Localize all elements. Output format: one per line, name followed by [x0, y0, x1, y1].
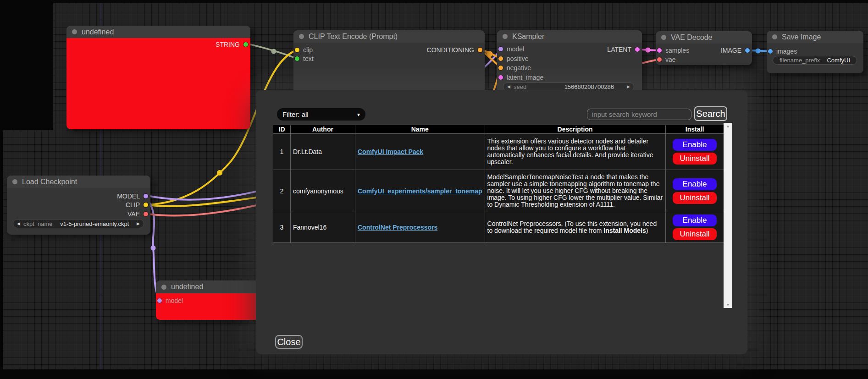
collapse-dot-icon[interactable]: [161, 285, 166, 290]
port-label: STRING: [216, 41, 240, 48]
output-port-conditioning[interactable]: CONDITIONING: [427, 46, 482, 54]
increment-arrow-icon[interactable]: ▶: [137, 222, 140, 226]
port-dot-icon[interactable]: [295, 56, 299, 61]
port-dot-icon[interactable]: [498, 56, 503, 61]
extension-link[interactable]: ComfyUI Impact Pack: [358, 148, 423, 155]
enable-button[interactable]: Enable: [673, 214, 717, 226]
port-dot-icon[interactable]: [295, 48, 299, 52]
node-title-bar[interactable]: VAE Decode: [656, 31, 752, 44]
input-port-vae[interactable]: vae: [657, 55, 676, 64]
port-dot-icon[interactable]: [498, 75, 503, 80]
port-dot-icon[interactable]: [635, 47, 640, 52]
widget-label: filename_prefix: [780, 57, 820, 64]
node-title-bar[interactable]: KSampler: [497, 30, 642, 43]
output-port-vae[interactable]: VAE: [127, 210, 148, 218]
column-header-author: Author: [291, 125, 355, 134]
node-title-bar[interactable]: Save Image: [767, 31, 863, 43]
input-port-text[interactable]: text: [295, 55, 314, 63]
port-dot-icon[interactable]: [144, 212, 148, 216]
scroll-down-icon[interactable]: ▾: [727, 302, 729, 308]
input-port-images[interactable]: images: [768, 47, 797, 55]
extension-link[interactable]: ComfyUI_experiments/sampler_tonemap: [358, 187, 482, 195]
port-dot-icon[interactable]: [157, 298, 162, 303]
output-port-model[interactable]: MODEL: [117, 192, 148, 200]
scroll-up-icon[interactable]: ▴: [727, 123, 729, 129]
port-dot-icon[interactable]: [498, 66, 503, 70]
decrement-arrow-icon[interactable]: ◀: [507, 85, 510, 89]
output-port-image[interactable]: IMAGE: [721, 46, 750, 55]
node-title: Save Image: [782, 33, 821, 41]
ckpt-name-widget[interactable]: ◀ ckpt_name v1-5-pruned-emaonly.ckpt ▶: [13, 219, 144, 228]
collapse-dot-icon[interactable]: [772, 34, 777, 39]
link-dot: [151, 246, 156, 251]
port-label: CLIP: [126, 201, 140, 209]
enable-button[interactable]: Enable: [673, 139, 717, 151]
node-title: Load Checkpoint: [22, 178, 77, 186]
table-scrollbar[interactable]: ▴ ▾: [724, 123, 732, 308]
link-dot: [271, 49, 276, 54]
increment-arrow-icon[interactable]: ▶: [627, 85, 630, 89]
collapse-dot-icon[interactable]: [503, 34, 508, 39]
input-port-clip[interactable]: clip: [295, 46, 313, 54]
port-label: clip: [303, 46, 313, 54]
collapse-dot-icon[interactable]: [661, 35, 666, 40]
output-port-string[interactable]: STRING: [216, 40, 248, 49]
node-vae-decode[interactable]: VAE Decode samples vae IMAGE: [656, 31, 752, 65]
extension-link[interactable]: ControlNet Preprocessors: [358, 224, 437, 231]
close-button[interactable]: Close: [275, 335, 303, 349]
cell-name: ControlNet Preprocessors: [355, 212, 485, 243]
table-row: 1 Dr.Lt.Data ComfyUI Impact Pack This ex…: [273, 134, 724, 170]
port-dot-icon[interactable]: [498, 47, 503, 51]
filter-select[interactable]: Filter: all ▾: [277, 108, 365, 121]
port-dot-icon[interactable]: [243, 42, 248, 47]
input-port-samples[interactable]: samples: [657, 46, 689, 55]
port-dot-icon[interactable]: [144, 203, 148, 207]
port-label: model: [166, 297, 183, 304]
node-title-bar[interactable]: undefined: [66, 26, 250, 38]
cell-author: Fannovel16: [291, 212, 355, 243]
port-label: negative: [507, 64, 531, 71]
uninstall-button[interactable]: Uninstall: [673, 228, 717, 240]
column-header-name: Name: [355, 125, 485, 134]
input-port-latent-image[interactable]: latent_image: [498, 73, 543, 82]
column-header-id: ID: [273, 125, 291, 134]
description-bold: Install Models: [603, 227, 646, 234]
collapse-dot-icon[interactable]: [12, 179, 17, 184]
port-dot-icon[interactable]: [768, 49, 773, 54]
decrement-arrow-icon[interactable]: ◀: [17, 222, 20, 226]
port-dot-icon[interactable]: [657, 57, 662, 62]
input-port-model[interactable]: model: [498, 45, 524, 53]
search-button[interactable]: Search: [694, 106, 727, 121]
graph-canvas[interactable]: undefined STRING CLIP Text Encode (Promp…: [0, 0, 868, 379]
node-load-checkpoint[interactable]: Load Checkpoint MODEL CLIP VAE ◀ ckpt_na…: [7, 176, 150, 235]
cell-description: ControlNet Preprocessors. (To use this e…: [485, 212, 665, 243]
port-dot-icon[interactable]: [657, 48, 662, 53]
uninstall-button[interactable]: Uninstall: [673, 192, 717, 204]
port-dot-icon[interactable]: [144, 194, 148, 198]
node-save-image[interactable]: Save Image images filename_prefix ComfyU…: [767, 31, 863, 73]
node-undefined-model[interactable]: undefined model: [156, 280, 266, 320]
collapse-dot-icon[interactable]: [299, 34, 304, 39]
enable-button[interactable]: Enable: [673, 178, 717, 190]
port-dot-icon[interactable]: [745, 48, 750, 53]
cell-id: 2: [273, 170, 291, 212]
output-port-clip[interactable]: CLIP: [126, 201, 148, 209]
widget-label: ckpt_name: [23, 220, 53, 227]
node-title: CLIP Text Encode (Prompt): [309, 33, 398, 41]
node-title-bar[interactable]: undefined: [156, 280, 266, 293]
filename-prefix-widget[interactable]: filename_prefix ComfyUI: [773, 56, 857, 65]
link-dot: [487, 51, 493, 57]
search-input[interactable]: [587, 109, 691, 120]
input-port-model[interactable]: model: [157, 297, 183, 305]
input-port-positive[interactable]: positive: [498, 55, 528, 63]
port-dot-icon[interactable]: [478, 48, 482, 52]
port-label: vae: [665, 56, 676, 63]
description-text: This extension offers various detector n…: [487, 137, 653, 165]
node-title-bar[interactable]: Load Checkpoint: [7, 176, 150, 188]
input-port-negative[interactable]: negative: [498, 64, 531, 72]
uninstall-button[interactable]: Uninstall: [673, 153, 717, 165]
collapse-dot-icon[interactable]: [72, 29, 77, 34]
node-undefined-string[interactable]: undefined STRING: [66, 26, 250, 129]
node-title-bar[interactable]: CLIP Text Encode (Prompt): [293, 30, 485, 43]
output-port-latent[interactable]: LATENT: [607, 45, 640, 54]
